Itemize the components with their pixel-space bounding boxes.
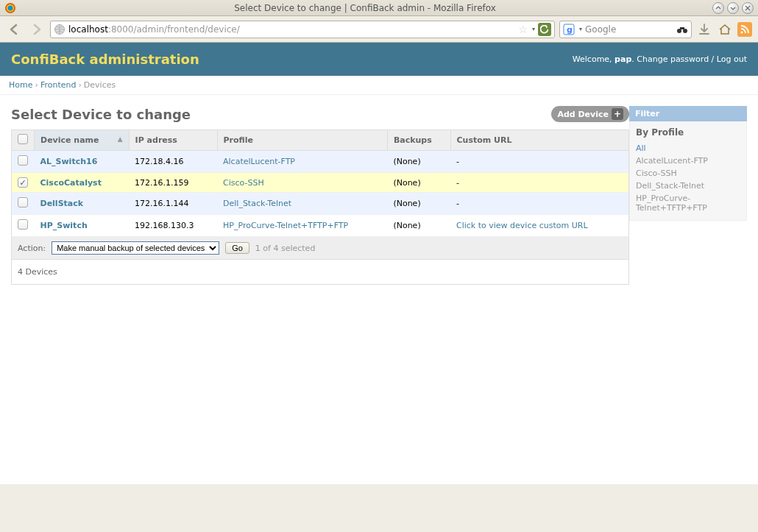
- filter-item: All: [636, 142, 740, 155]
- row-checkbox[interactable]: [18, 155, 28, 166]
- reload-button[interactable]: [538, 23, 551, 36]
- custom-url-text: -: [456, 199, 459, 208]
- window-maximize-button[interactable]: [727, 2, 739, 14]
- google-icon: g: [563, 24, 575, 35]
- url-bar[interactable]: localhost:8000/admin/frontend/device/ ☆ …: [50, 21, 555, 38]
- col-backups[interactable]: Backups: [387, 130, 450, 151]
- url-text: localhost:8000/admin/frontend/device/: [68, 24, 515, 35]
- custom-url-text: -: [456, 157, 459, 166]
- device-name-link[interactable]: AL_Switch16: [40, 157, 98, 166]
- filter-sidebar: Filter By Profile AllAlcatelLucent-FTPCi…: [629, 106, 747, 285]
- ip-cell: 192.168.130.3: [129, 215, 217, 237]
- site-title: ConfiBack administration: [11, 52, 199, 67]
- svg-point-2: [8, 5, 13, 10]
- downloads-icon[interactable]: [696, 21, 712, 38]
- row-checkbox[interactable]: [18, 177, 28, 188]
- device-name-link[interactable]: HP_Switch: [40, 221, 88, 230]
- feed-icon[interactable]: [737, 22, 752, 37]
- search-engine-dropdown-icon[interactable]: ▾: [579, 26, 582, 32]
- table-row: CiscoCatalyst172.16.1.159Cisco-SSH(None)…: [12, 173, 629, 193]
- row-checkbox[interactable]: [18, 219, 28, 230]
- back-button[interactable]: [6, 21, 24, 38]
- select-all-checkbox[interactable]: [18, 134, 28, 144]
- binoculars-icon[interactable]: [676, 25, 688, 34]
- filter-item: HP_ProCurve-Telnet+TFTP+FTP: [636, 192, 740, 214]
- sort-asc-icon: ▲: [118, 135, 123, 143]
- breadcrumb-current: Devices: [84, 80, 116, 90]
- change-password-link[interactable]: Change password: [637, 54, 709, 64]
- bookmark-star-icon[interactable]: ☆: [518, 24, 528, 35]
- filter-link[interactable]: Cisco-SSH: [636, 169, 677, 178]
- custom-url-text: -: [456, 178, 459, 188]
- backups-cell: (None): [387, 193, 450, 215]
- filter-item: Dell_Stack-Telnet: [636, 180, 740, 192]
- action-select[interactable]: Make manual backup of selected devices: [52, 241, 219, 255]
- svg-point-9: [741, 31, 743, 33]
- filter-item: AlcatelLucent-FTP: [636, 155, 740, 167]
- breadcrumb-home[interactable]: Home: [9, 80, 32, 90]
- go-button[interactable]: Go: [225, 242, 249, 254]
- paginator: 4 Devices: [11, 260, 629, 285]
- browser-toolbar: localhost:8000/admin/frontend/device/ ☆ …: [0, 16, 758, 43]
- search-placeholder: Google: [585, 24, 673, 35]
- row-checkbox[interactable]: [18, 197, 28, 208]
- filter-item: Cisco-SSH: [636, 167, 740, 180]
- table-row: HP_Switch192.168.130.3HP_ProCurve-Telnet…: [12, 215, 629, 237]
- breadcrumbs: Home›Frontend›Devices: [0, 76, 758, 95]
- filter-link[interactable]: All: [636, 143, 646, 153]
- search-box[interactable]: g ▾ Google: [559, 21, 692, 38]
- profile-link[interactable]: Dell_Stack-Telnet: [223, 199, 291, 208]
- globe-icon: [54, 24, 65, 35]
- ip-cell: 172.18.4.16: [129, 151, 217, 173]
- ip-cell: 172.16.1.159: [129, 173, 217, 193]
- backups-cell: (None): [387, 151, 450, 173]
- breadcrumb-frontend[interactable]: Frontend: [40, 80, 77, 90]
- col-device-name[interactable]: Device name▲: [35, 130, 130, 151]
- logout-link[interactable]: Log out: [717, 54, 747, 64]
- backups-cell: (None): [387, 215, 450, 237]
- page-heading: Select Device to change: [11, 107, 191, 122]
- col-custom-url[interactable]: Custom URL: [450, 130, 628, 151]
- filter-link[interactable]: HP_ProCurve-Telnet+TFTP+FTP: [636, 194, 707, 213]
- actions-bar: Action: Make manual backup of selected d…: [11, 237, 629, 260]
- filter-link[interactable]: Dell_Stack-Telnet: [636, 181, 704, 191]
- home-icon[interactable]: [717, 21, 733, 38]
- table-row: AL_Switch16172.18.4.16AlcatelLucent-FTP(…: [12, 151, 629, 173]
- window-minimize-button[interactable]: [712, 2, 724, 14]
- page: ConfiBack administration Welcome, pap. C…: [0, 43, 758, 484]
- profile-link[interactable]: Cisco-SSH: [223, 178, 264, 188]
- firefox-icon: [4, 2, 16, 14]
- filter-by-label: By Profile: [636, 127, 740, 138]
- branding-bar: ConfiBack administration Welcome, pap. C…: [0, 43, 758, 76]
- custom-url-link[interactable]: Click to view device custom URL: [456, 221, 588, 230]
- selection-count: 1 of 4 selected: [255, 244, 316, 253]
- svg-rect-8: [680, 27, 684, 29]
- window-close-button[interactable]: [742, 2, 754, 14]
- add-device-button[interactable]: Add Device+: [551, 106, 629, 122]
- device-name-link[interactable]: CiscoCatalyst: [40, 178, 102, 188]
- table-row: DellStack172.16.1.144Dell_Stack-Telnet(N…: [12, 193, 629, 215]
- device-name-link[interactable]: DellStack: [40, 199, 84, 208]
- svg-text:g: g: [567, 25, 573, 35]
- ip-cell: 172.16.1.144: [129, 193, 217, 215]
- filter-heading: Filter: [629, 106, 747, 121]
- profile-link[interactable]: AlcatelLucent-FTP: [223, 157, 295, 166]
- devices-table: Device name▲ IP adress Profile Backups C…: [11, 130, 629, 237]
- col-profile[interactable]: Profile: [217, 130, 387, 151]
- window-titlebar: Select Device to change | ConfiBack admi…: [0, 0, 758, 16]
- filter-link[interactable]: AlcatelLucent-FTP: [636, 156, 708, 166]
- url-dropdown-icon[interactable]: ▾: [532, 26, 535, 32]
- user-tools: Welcome, pap. Change password / Log out: [573, 54, 747, 64]
- forward-button[interactable]: [28, 21, 46, 38]
- profile-link[interactable]: HP_ProCurve-Telnet+TFTP+FTP: [223, 221, 348, 230]
- backups-cell: (None): [387, 173, 450, 193]
- username: pap: [614, 54, 631, 64]
- col-ip[interactable]: IP adress: [129, 130, 217, 151]
- window-title: Select Device to change | ConfiBack admi…: [21, 3, 709, 13]
- plus-icon: +: [612, 108, 623, 120]
- action-label: Action:: [18, 244, 46, 253]
